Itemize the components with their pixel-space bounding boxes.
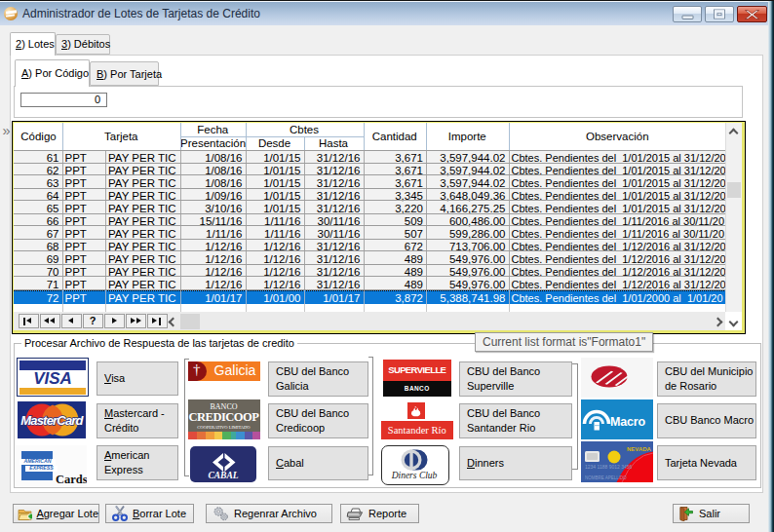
svg-text:NEVADA: NEVADA	[627, 446, 652, 452]
svg-text:Diners Club: Diners Club	[391, 470, 438, 479]
svg-text:CABAL: CABAL	[208, 471, 238, 480]
svg-text:NOMBRE APELLIDO: NOMBRE APELLIDO	[585, 475, 627, 480]
svg-text:1234 1188 9012 3456: 1234 1188 9012 3456	[585, 464, 633, 470]
svg-text:Macro: Macro	[610, 415, 645, 429]
svg-text:MasterCard: MasterCard	[20, 413, 84, 428]
